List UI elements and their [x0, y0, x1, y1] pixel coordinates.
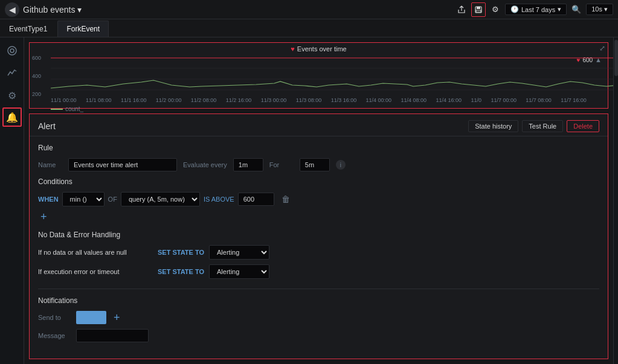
add-condition-button[interactable]: +	[38, 211, 50, 222]
x-label-3: 11/2 00:00	[156, 97, 182, 106]
state-history-button[interactable]: State history	[468, 120, 518, 132]
sidebar-item-gear[interactable]: ⚙	[2, 86, 22, 105]
chart-title-text: Events over time	[297, 45, 347, 53]
message-input[interactable]	[76, 329, 149, 342]
sidebar: ⚙ 🔔	[0, 37, 24, 364]
notifications-section: Notifications Send to + Message	[38, 289, 599, 342]
x-label-15: 11/7 16:00	[561, 97, 587, 106]
svg-rect-1	[477, 7, 480, 9]
alert-panel: Alert State history Test Rule Delete Rul…	[29, 113, 608, 359]
x-label-14: 11/7 08:00	[526, 97, 552, 106]
topbar-right: ⚙ 🕐 Last 7 days ▾ 🔍 10s ▾	[454, 2, 613, 17]
send-to-label: Send to	[38, 314, 71, 321]
set-state-to-label-1: SET STATE TO	[158, 249, 204, 256]
no-data-section-title: No Data & Error Handling	[38, 231, 599, 239]
sidebar-item-alert[interactable]: 🔔	[2, 107, 22, 127]
name-input[interactable]	[68, 158, 177, 171]
content-area: ♥ Events over time ⤢ ♥ 600 ▲ 600 400 200	[24, 37, 613, 364]
chart-title: ♥ Events over time	[291, 45, 346, 53]
info-icon[interactable]: i	[336, 160, 346, 170]
no-data-row2: If execution error or timeout SET STATE …	[38, 264, 599, 279]
of-select[interactable]: query (A, 5m, now)	[121, 192, 200, 206]
topbar: ◀ Github events ▾ ⚙ 🕐 Last 7 days ▾ 🔍	[0, 0, 618, 19]
y-label-600: 600	[32, 55, 48, 61]
x-label-13: 11/7 00:00	[491, 97, 517, 106]
refresh-dropdown-icon: ▾	[604, 5, 608, 13]
alert-panel-actions: State history Test Rule Delete	[468, 120, 599, 132]
tab-eventtype1[interactable]: EventType1	[0, 21, 56, 37]
chart-svg-wrapper: 600 400 200	[30, 55, 608, 97]
svg-point-4	[10, 49, 14, 53]
x-label-9: 11/4 00:00	[366, 97, 392, 106]
chart-icon	[7, 67, 18, 80]
notifications-section-title: Notifications	[38, 296, 599, 305]
for-input[interactable]	[300, 158, 330, 171]
x-label-12: 11/0	[471, 97, 481, 106]
evaluate-input[interactable]	[233, 158, 263, 171]
x-label-8: 11/3 16:00	[331, 97, 357, 106]
save-button[interactable]	[471, 2, 486, 17]
rule-row: Name Evaluate every For i	[38, 158, 599, 171]
alert-panel-header: Alert State history Test Rule Delete	[30, 114, 608, 136]
svg-point-3	[8, 46, 16, 55]
chart-heart-icon: ♥	[291, 45, 295, 53]
alert-body: Rule Name Evaluate every For i Condition…	[30, 136, 608, 350]
message-row: Message	[38, 329, 599, 342]
x-label-6: 11/3 00:00	[261, 97, 287, 106]
chart-svg	[51, 55, 613, 94]
zoom-button[interactable]: 🔍	[569, 2, 584, 17]
y-label-200: 200	[32, 91, 48, 97]
sidebar-item-layers[interactable]	[2, 42, 22, 62]
refresh-label: 10s	[591, 5, 602, 13]
is-above-label: IS ABOVE	[204, 196, 234, 203]
rule-section-title: Rule	[38, 144, 599, 152]
x-label-11: 11/4 16:00	[436, 97, 462, 106]
chart-x-axis: 11/1 00:00 11/1 08:00 11/1 16:00 11/2 00…	[30, 97, 608, 106]
time-range-label: Last 7 days	[521, 6, 555, 13]
send-to-row: Send to +	[38, 311, 599, 324]
x-label-1: 11/1 08:00	[86, 97, 112, 106]
time-range-button[interactable]: 🕐 Last 7 days ▾	[505, 4, 567, 15]
conditions-row: WHEN min () max () avg () sum () OF quer…	[38, 192, 599, 206]
add-send-to-button[interactable]: +	[111, 312, 123, 323]
delete-button[interactable]: Delete	[567, 120, 599, 132]
svg-rect-2	[476, 10, 481, 12]
chart-y-axis: 600 400 200	[30, 55, 51, 97]
scrollbar-thumb	[614, 40, 618, 76]
chart-legend: count_	[30, 106, 608, 112]
topbar-left: ◀ Github events ▾	[5, 2, 82, 17]
when-select[interactable]: min () max () avg () sum ()	[62, 192, 105, 206]
share-button[interactable]	[454, 2, 469, 17]
test-rule-button[interactable]: Test Rule	[522, 120, 563, 132]
threshold-input[interactable]	[238, 193, 274, 206]
x-label-0: 11/1 00:00	[51, 97, 77, 106]
right-scrollbar[interactable]	[613, 37, 618, 364]
tabbar: EventType1 ForkEvent	[0, 19, 618, 37]
evaluate-label: Evaluate every	[183, 161, 227, 168]
y-label-400: 400	[32, 73, 48, 79]
no-data-row2-label: If execution error or timeout	[38, 268, 153, 275]
refresh-button[interactable]: 10s ▾	[586, 4, 613, 15]
main-layout: ⚙ 🔔 ♥ Events over time ⤢ ♥ 600 ▲	[0, 37, 618, 364]
x-label-7: 11/3 08:00	[296, 97, 322, 106]
back-button[interactable]: ◀	[5, 2, 19, 17]
delete-condition-button[interactable]: 🗑	[278, 193, 294, 205]
time-range-dropdown-icon: ▾	[558, 5, 561, 13]
settings-button[interactable]: ⚙	[488, 2, 503, 17]
send-to-badge	[76, 311, 106, 324]
no-data-state-select[interactable]: Alerting No Data Keep State OK	[209, 245, 269, 260]
execution-error-state-select[interactable]: Alerting No Data Keep State OK	[209, 264, 269, 279]
sidebar-item-chart[interactable]	[2, 64, 22, 83]
when-label: WHEN	[38, 196, 59, 203]
x-label-5: 11/2 16:00	[226, 97, 252, 106]
tab-forkevent[interactable]: ForkEvent	[57, 21, 109, 37]
chart-title-bar: ♥ Events over time ⤢	[30, 43, 608, 55]
dashboard-dropdown-icon[interactable]: ▾	[77, 5, 82, 14]
legend-line	[51, 109, 63, 110]
no-data-section: No Data & Error Handling If no data or a…	[38, 231, 599, 279]
no-data-row1-label: If no data or all values are null	[38, 249, 153, 256]
dashboard-title: Github events ▾	[23, 5, 82, 14]
chart-expand-icon[interactable]: ⤢	[599, 44, 605, 53]
legend-label: count_	[65, 106, 83, 112]
set-state-to-label-2: SET STATE TO	[158, 268, 204, 275]
